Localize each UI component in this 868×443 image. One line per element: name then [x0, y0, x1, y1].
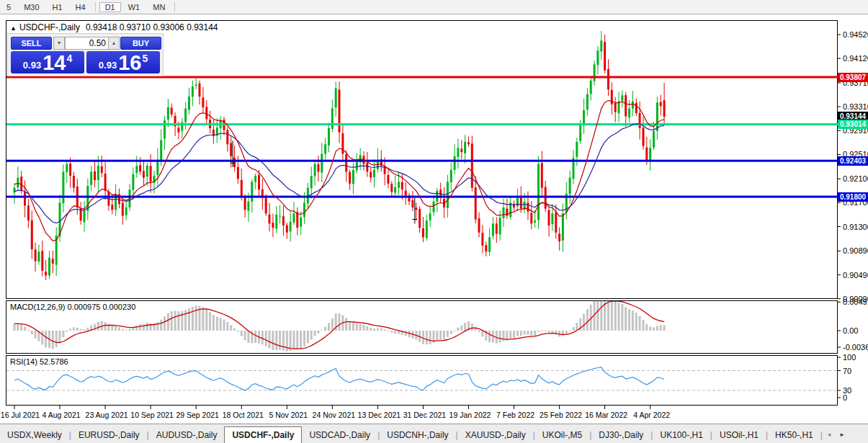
price-axis-label: 0.92100: [843, 174, 868, 183]
price-axis-label: 0.94520: [843, 30, 868, 39]
date-axis-label: 4 Aug 2021: [42, 411, 80, 419]
macd-axis-label: 0.004913: [843, 297, 868, 306]
symbol-tab-hk50[interactable]: HK50-,H1: [768, 427, 820, 443]
symbol-tab-audusd[interactable]: AUDUSD-,Daily: [149, 427, 225, 443]
macd-label: MACD(12,26,9) 0.000975 0.000230: [10, 303, 135, 311]
date-axis-label: 31 Dec 2021: [403, 411, 447, 419]
timeframe-button-5[interactable]: 5: [1, 2, 17, 12]
timeframe-button-m30[interactable]: M30: [18, 2, 45, 12]
sell-price-pipette: 4: [66, 53, 72, 64]
date-axis-label: 16 Jul 2021: [1, 411, 40, 419]
date-axis-label: 18 Oct 2021: [223, 411, 264, 419]
buy-price-pipette: 5: [142, 53, 148, 64]
volume-increase-button[interactable]: ▴: [108, 37, 120, 50]
date-axis-label: 25 Feb 2022: [540, 411, 582, 419]
chart-symbol-label: USDCHF-,Daily: [19, 22, 80, 32]
symbol-tab-usdcnh[interactable]: USDCNH-,Daily: [380, 427, 455, 443]
timeframe-button-h4[interactable]: H4: [70, 2, 91, 12]
toolbar-separator: [95, 2, 96, 12]
macd-axis-label: 0.00: [843, 326, 858, 335]
symbol-tab-usdx[interactable]: USDX,Weekly: [0, 427, 69, 443]
tab-scroll-left-icon[interactable]: ◂: [823, 429, 835, 441]
rsi-axis-label: 70: [843, 367, 851, 375]
ohlc-high: 0.93710: [120, 22, 151, 32]
price-axis-label: 0.90490: [843, 271, 868, 279]
symbol-tab-dj30[interactable]: DJ30-,Daily: [591, 427, 650, 443]
date-axis-label: 16 Mar 2022: [585, 411, 627, 419]
tab-separator: |: [820, 430, 823, 443]
price-axis-label: 0.93310: [843, 102, 868, 111]
price-axis-label: 0.94120: [843, 54, 868, 63]
date-axis-label: 7 Feb 2022: [496, 411, 534, 419]
date-axis-label: 4 Apr 2022: [633, 411, 670, 419]
ohlc-low: 0.93006: [153, 22, 184, 32]
volume-decrease-button[interactable]: ▾: [53, 37, 65, 50]
macd-axis-label: -0.00361: [843, 343, 868, 352]
volume-input[interactable]: [65, 37, 109, 50]
ohlc-open: 0.93418: [86, 22, 117, 32]
sell-button[interactable]: SELL: [11, 37, 52, 50]
buy-price-pips: 16: [118, 53, 141, 73]
date-axis-label: 19 Jan 2022: [449, 411, 491, 419]
rsi-indicator-panel[interactable]: [6, 355, 838, 406]
symbol-tab-eurusd[interactable]: EURUSD-,Daily: [71, 427, 147, 443]
buy-button[interactable]: BUY: [120, 37, 161, 50]
price-badge: 0.91800: [838, 192, 868, 202]
date-axis-label: 24 Nov 2021: [313, 411, 356, 419]
price-axis-label: 0.90890: [843, 246, 868, 255]
chart-title: ▲USDCHF-,Daily0.93418 0.93710 0.93006 0.…: [10, 22, 218, 32]
symbol-tab-usdcad[interactable]: USDCAD-,Daily: [302, 427, 377, 443]
timeframe-button-w1[interactable]: W1: [122, 2, 146, 12]
price-badge: 0.93014: [838, 120, 868, 129]
date-axis-label: 13 Dec 2021: [358, 411, 401, 419]
symbol-tab-usoil[interactable]: USOil-,H1: [712, 427, 766, 443]
timeframe-button-d1[interactable]: D1: [99, 2, 121, 12]
symbol-tab-xauusd[interactable]: XAUUSD-,Daily: [458, 427, 533, 443]
price-axis-label: 0.91300: [843, 223, 868, 231]
one-click-trading-widget: SELL ▾ ▴ BUY 0.93 14 4 0.93 16 5: [7, 33, 164, 76]
ohlc-close: 0.93144: [187, 22, 218, 32]
symbol-tab-uk100[interactable]: UK100-,H1: [653, 427, 710, 443]
price-badge: 0.92403: [838, 156, 868, 166]
sell-price-prefix: 0.93: [23, 60, 41, 71]
price-badge: 0.93807: [838, 73, 868, 82]
rsi-label: RSI(14) 52.5786: [10, 357, 68, 366]
symbol-tab-usdchf[interactable]: USDCHF-,Daily: [224, 426, 302, 443]
trading-terminal-window: 5M30H1H4D1W1MN ▲USDCHF-,Daily0.93418 0.9…: [0, 0, 868, 443]
tab-scroll-right-icon[interactable]: ▸: [836, 429, 848, 441]
buy-price-prefix: 0.93: [99, 60, 117, 71]
symbol-tab-ukoil[interactable]: UKOil-,M5: [535, 427, 589, 443]
timeframe-button-h1[interactable]: H1: [47, 2, 68, 12]
date-axis-label: 29 Sep 2021: [176, 411, 219, 419]
buy-price-panel[interactable]: 0.93 16 5: [86, 51, 160, 73]
symbol-tabbar: USDX,Weekly|EURUSD-,Daily|AUDUSD-,DailyU…: [0, 424, 868, 443]
rsi-axis-label: 100: [843, 353, 856, 362]
date-axis-label: 10 Sep 2021: [130, 411, 174, 419]
sell-price-panel[interactable]: 0.93 14 4: [11, 51, 84, 73]
toolbar-separator: [174, 2, 175, 12]
collapse-chevron-icon[interactable]: ▲: [10, 24, 17, 32]
timeframe-toolbar: 5M30H1H4D1W1MN: [0, 0, 868, 14]
date-axis-label: 23 Aug 2021: [86, 411, 128, 419]
sell-price-pips: 14: [42, 53, 66, 73]
timeframe-button-mn[interactable]: MN: [147, 2, 171, 12]
date-axis-label: 5 Nov 2021: [269, 411, 308, 419]
rsi-axis-label: 0: [843, 393, 847, 402]
